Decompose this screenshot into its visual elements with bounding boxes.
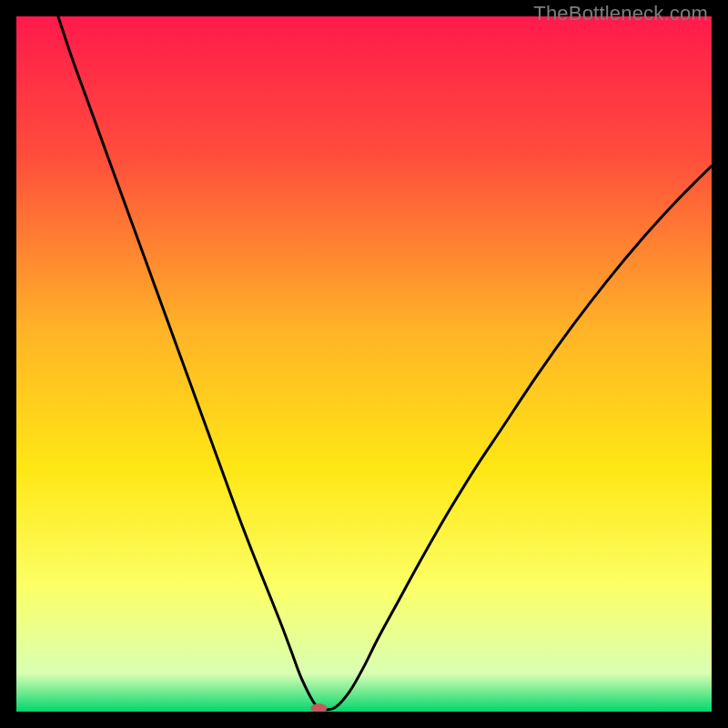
bottleneck-chart bbox=[16, 16, 712, 712]
watermark-text: TheBottleneck.com bbox=[533, 2, 708, 25]
chart-frame bbox=[16, 16, 712, 712]
gradient-background bbox=[16, 16, 712, 712]
